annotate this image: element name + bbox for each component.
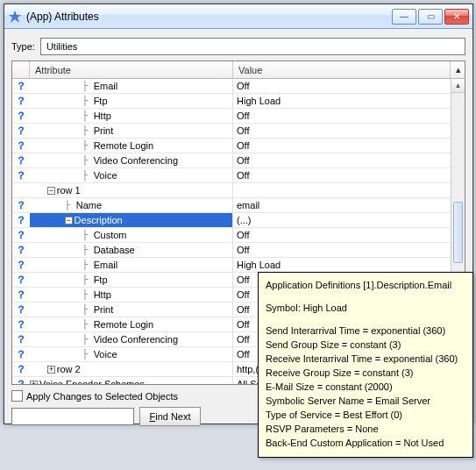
attribute-cell[interactable]: ├ Voice [30, 168, 233, 182]
help-icon [12, 183, 30, 197]
help-icon[interactable]: ？ [12, 168, 30, 182]
help-icon[interactable]: ？ [12, 109, 30, 123]
attribute-label: Video Conferencing [94, 334, 178, 345]
help-icon[interactable]: ？ [12, 347, 30, 361]
attribute-cell[interactable]: ├ Email [30, 79, 233, 93]
checkbox-icon [11, 390, 23, 402]
collapse-icon[interactable]: − [47, 187, 55, 195]
value-cell[interactable]: (...) [233, 213, 451, 227]
attribute-label: Print [94, 304, 114, 315]
attribute-label: Ftp [94, 96, 108, 106]
help-icon[interactable]: ？ [12, 139, 30, 153]
close-button[interactable]: ✕ [444, 9, 469, 25]
attribute-cell[interactable]: ├ Http [30, 288, 233, 302]
value-cell[interactable]: Off [233, 109, 451, 123]
help-icon[interactable]: ？ [12, 79, 30, 93]
value-cell[interactable]: Off [233, 243, 451, 257]
help-icon[interactable]: ？ [12, 332, 30, 346]
help-icon[interactable]: ？ [12, 362, 30, 376]
value-cell[interactable]: High Load [233, 94, 451, 108]
help-icon[interactable]: ？ [12, 258, 30, 272]
type-row: Type: [11, 38, 465, 55]
help-icon[interactable]: ？ [12, 243, 30, 257]
scroll-up-button[interactable]: ▲ [451, 79, 465, 93]
attribute-label: Voice [94, 170, 117, 181]
help-icon[interactable]: ？ [12, 228, 30, 242]
table-row[interactable]: ？ ├ Video ConferencingOff [12, 153, 465, 168]
table-row[interactable]: ？ ├ DatabaseOff [12, 243, 465, 258]
scroll-thumb[interactable] [453, 202, 463, 263]
help-icon[interactable]: ？ [12, 273, 30, 287]
value-cell[interactable] [233, 183, 451, 197]
title-bar[interactable]: (App) Attributes — ▭ ✕ [4, 4, 472, 29]
help-icon[interactable]: ？ [12, 124, 30, 138]
value-cell[interactable]: High Load [233, 258, 451, 272]
tooltip-line: Receive Interarrival Time = exponential … [266, 352, 465, 366]
attribute-cell[interactable]: ├ Remote Login [30, 139, 233, 153]
attribute-label: Print [94, 125, 114, 136]
type-field[interactable] [40, 38, 465, 55]
attribute-cell[interactable]: ├ Print [30, 124, 233, 138]
table-row[interactable]: −row 1 [12, 183, 465, 198]
window-title: (App) Attributes [26, 11, 390, 23]
attribute-cell[interactable]: ├ Email [30, 258, 233, 272]
attribute-cell[interactable]: ├ Video Conferencing [30, 332, 233, 346]
find-next-button[interactable]: Find Next [139, 407, 201, 426]
help-icon[interactable]: ？ [12, 303, 30, 317]
header-value[interactable]: Value [233, 61, 451, 78]
tooltip-line: Back-End Custom Application = Not Used [266, 436, 465, 450]
attribute-cell[interactable]: +Voice Encoder Schemes [30, 377, 233, 384]
header-attribute[interactable]: Attribute [30, 61, 233, 78]
header-help-col[interactable] [12, 61, 30, 78]
value-cell[interactable]: Off [233, 228, 451, 242]
table-row[interactable]: ？ −Description(...) [12, 213, 465, 228]
help-icon[interactable]: ？ [12, 213, 30, 227]
help-icon[interactable]: ？ [12, 317, 30, 331]
value-cell[interactable]: Off [233, 139, 451, 153]
table-row[interactable]: ？ ├ HttpOff [12, 109, 465, 124]
attribute-label: Video Conferencing [94, 155, 178, 166]
value-cell[interactable]: Off [233, 153, 451, 167]
minimize-button[interactable]: — [392, 9, 416, 25]
maximize-button[interactable]: ▭ [418, 9, 443, 25]
value-cell[interactable]: Off [233, 79, 451, 93]
value-cell[interactable]: email [233, 198, 451, 212]
table-row[interactable]: ？ ├ Remote LoginOff [12, 139, 465, 153]
attribute-cell[interactable]: ├ Voice [30, 347, 233, 361]
table-row[interactable]: ？ ├ EmailHigh Load [12, 258, 465, 273]
table-row[interactable]: ？ ├ EmailOff [12, 79, 465, 94]
table-row[interactable]: ？ ├ FtpHigh Load [12, 94, 465, 109]
attribute-cell[interactable]: ├ Remote Login [30, 317, 233, 331]
attribute-cell[interactable]: +row 2 [30, 362, 233, 376]
expand-icon[interactable]: + [47, 366, 55, 374]
value-cell[interactable]: Off [233, 168, 451, 182]
tooltip-line: Receive Group Size = constant (3) [266, 366, 465, 380]
table-row[interactable]: ？ ├ PrintOff [12, 124, 465, 139]
attribute-cell[interactable]: −row 1 [30, 183, 233, 197]
tooltip: Application Definitions [1].Description.… [258, 272, 473, 458]
help-icon[interactable]: ？ [12, 153, 30, 167]
attribute-cell[interactable]: ├ Database [30, 243, 233, 257]
collapse-icon[interactable]: − [65, 217, 73, 224]
value-cell[interactable]: Off [233, 124, 451, 138]
attribute-cell[interactable]: ├ Custom [30, 228, 233, 242]
attribute-cell[interactable]: ├ Ftp [30, 94, 233, 108]
find-input[interactable] [11, 408, 134, 425]
help-icon[interactable]: ？ [12, 198, 30, 212]
help-icon[interactable]: ？ [12, 94, 30, 108]
attribute-label: Custom [94, 230, 127, 240]
expand-icon[interactable]: + [30, 381, 38, 385]
attribute-cell[interactable]: ├ Http [30, 109, 233, 123]
table-row[interactable]: ？ ├ CustomOff [12, 228, 465, 243]
attribute-cell[interactable]: ├ Name [30, 198, 233, 212]
help-icon[interactable]: ？ [12, 377, 30, 384]
attribute-cell[interactable]: ├ Ftp [30, 273, 233, 287]
help-icon[interactable]: ？ [12, 288, 30, 302]
attribute-cell[interactable]: ├ Print [30, 303, 233, 317]
attribute-cell[interactable]: ├ Video Conferencing [30, 153, 233, 167]
attribute-label: Description [75, 215, 123, 225]
table-row[interactable]: ？ ├ Nameemail [12, 198, 465, 213]
table-row[interactable]: ？ ├ VoiceOff [12, 168, 465, 183]
attribute-cell[interactable]: −Description [30, 213, 233, 227]
attribute-label: Voice Encoder Schemes [39, 379, 145, 384]
